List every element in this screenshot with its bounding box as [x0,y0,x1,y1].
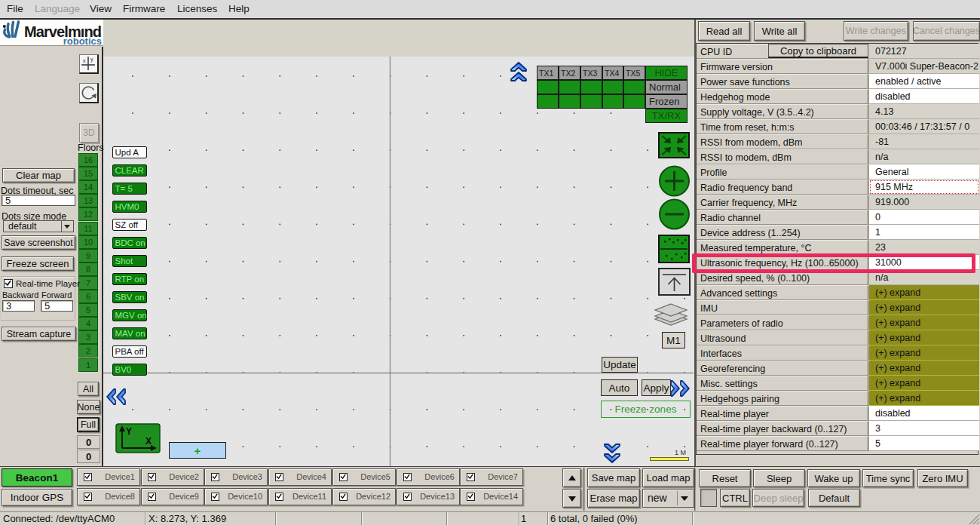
svg-text:x: x [83,58,86,63]
svg-text:Y: Y [126,426,132,437]
svg-text:X: X [145,436,152,447]
svg-text:y: y [90,57,93,63]
